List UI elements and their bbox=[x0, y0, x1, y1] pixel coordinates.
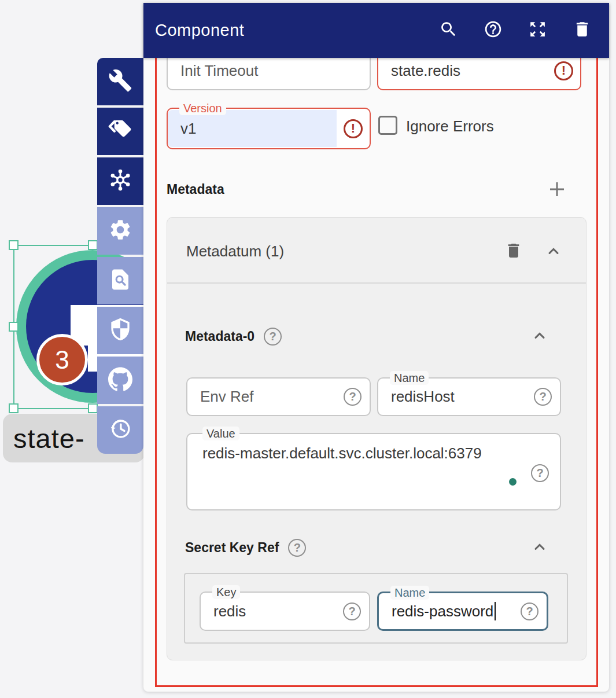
trash-icon bbox=[504, 252, 523, 262]
toolbar-button-tags[interactable] bbox=[97, 108, 143, 155]
secret-name-value[interactable]: redis-password bbox=[379, 603, 493, 620]
version-input[interactable] bbox=[168, 110, 337, 147]
metadatum-title: Metadatum (1) bbox=[186, 243, 284, 260]
search-icon[interactable] bbox=[439, 20, 458, 41]
delete-icon[interactable] bbox=[573, 20, 592, 41]
text-cursor bbox=[495, 602, 496, 620]
env-ref-input[interactable] bbox=[187, 388, 344, 406]
history-icon bbox=[108, 417, 132, 443]
help-icon[interactable]: ? bbox=[344, 388, 362, 406]
init-timeout-input[interactable] bbox=[168, 62, 370, 80]
version-field[interactable]: Version ! bbox=[167, 108, 371, 149]
help-icon[interactable]: ? bbox=[531, 464, 549, 482]
help-icon[interactable]: ? bbox=[521, 603, 538, 620]
toolbar-button-github[interactable] bbox=[97, 357, 143, 404]
selection-handle[interactable] bbox=[9, 240, 19, 250]
help-icon[interactable]: ? bbox=[534, 388, 552, 406]
tags-icon bbox=[108, 118, 132, 145]
error-icon: ! bbox=[554, 61, 573, 80]
ignore-errors-label: Ignore Errors bbox=[406, 117, 494, 135]
help-icon[interactable]: ? bbox=[343, 603, 361, 620]
version-field-label: Version bbox=[179, 101, 226, 115]
collapse-metadatum-button[interactable] bbox=[545, 244, 562, 262]
secret-name-field[interactable]: Name redis-password ? bbox=[377, 592, 548, 631]
wrench-icon bbox=[108, 68, 132, 95]
secret-key-field[interactable]: Key ? bbox=[200, 592, 370, 631]
chevron-up-icon bbox=[532, 548, 548, 557]
add-metadata-button[interactable] bbox=[547, 179, 567, 202]
help-icon[interactable] bbox=[484, 20, 503, 41]
document-search-icon bbox=[108, 267, 132, 294]
metadata-0-heading: Metadata-0 ? bbox=[185, 328, 282, 346]
type-input[interactable] bbox=[378, 62, 554, 80]
selection-handle[interactable] bbox=[9, 322, 19, 332]
delete-metadatum-button[interactable] bbox=[504, 241, 523, 262]
error-icon: ! bbox=[344, 119, 363, 138]
metadata-value-field[interactable]: Value redis-master.default.svc.cluster.l… bbox=[186, 433, 561, 510]
metadata-heading: Metadata bbox=[167, 182, 224, 197]
badge-count: 3 bbox=[55, 346, 69, 374]
secret-name-field-label: Name bbox=[390, 586, 429, 600]
selection-handle[interactable] bbox=[88, 403, 98, 413]
toolbar-button-configure[interactable] bbox=[97, 58, 143, 105]
collapse-secret-key-ref-button[interactable] bbox=[532, 539, 548, 558]
toolbar-button-security[interactable] bbox=[97, 307, 143, 354]
node-label-text: state- bbox=[13, 423, 85, 454]
error-count-badge[interactable]: 3 bbox=[36, 334, 88, 385]
toolbar-button-doc-search[interactable] bbox=[97, 257, 143, 304]
metadata-name-field[interactable]: Name ? bbox=[377, 377, 561, 416]
gear-icon bbox=[108, 218, 132, 244]
panel-divider bbox=[167, 282, 586, 284]
name-field-label: Name bbox=[390, 371, 429, 385]
status-dot bbox=[509, 478, 517, 486]
help-icon[interactable]: ? bbox=[264, 328, 282, 346]
chevron-up-icon bbox=[532, 336, 548, 346]
selection-handle[interactable] bbox=[9, 403, 19, 413]
secret-key-input[interactable] bbox=[201, 603, 343, 620]
selection-handle[interactable] bbox=[88, 240, 98, 250]
toolbar-button-history[interactable] bbox=[97, 406, 143, 454]
chevron-up-icon bbox=[545, 252, 562, 262]
dialog-header: Component bbox=[143, 3, 609, 58]
shield-icon bbox=[108, 317, 132, 344]
help-icon[interactable]: ? bbox=[288, 539, 306, 557]
key-field-label: Key bbox=[212, 585, 240, 599]
expand-icon[interactable] bbox=[528, 20, 547, 41]
toolbar-button-components[interactable] bbox=[97, 157, 143, 205]
metadata-value-text[interactable]: redis-master.default.svc.cluster.local:6… bbox=[187, 444, 482, 462]
ignore-errors-checkbox[interactable] bbox=[378, 116, 397, 135]
collapse-metadata-0-button[interactable] bbox=[532, 328, 548, 347]
env-ref-field[interactable]: ? bbox=[186, 377, 371, 416]
dialog-title: Component bbox=[155, 21, 244, 40]
toolbar-button-settings[interactable] bbox=[97, 207, 143, 255]
github-icon bbox=[108, 367, 132, 394]
plus-icon bbox=[547, 192, 567, 201]
secret-key-ref-heading: Secret Key Ref ? bbox=[185, 539, 306, 557]
metadata-name-input[interactable] bbox=[378, 388, 534, 406]
hub-icon bbox=[108, 168, 132, 194]
value-field-label: Value bbox=[202, 427, 239, 440]
